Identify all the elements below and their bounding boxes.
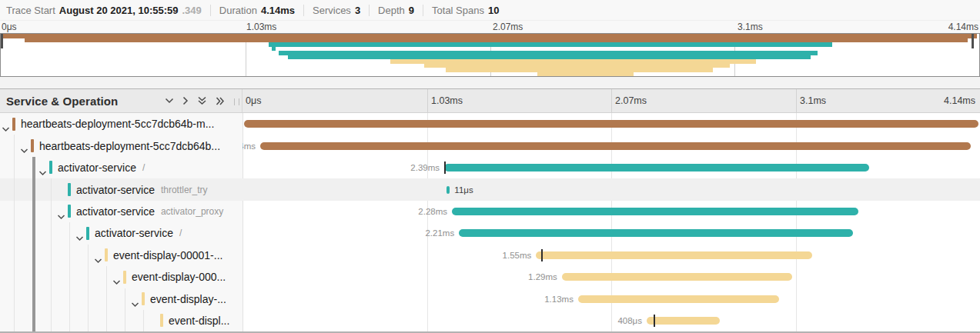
double-chevron-down-icon[interactable] — [197, 96, 207, 105]
indent-guide — [14, 178, 15, 200]
span-rows: heartbeats-deployment-5cc7dcb64b-m...hea… — [0, 113, 980, 333]
indent-guide — [69, 310, 70, 331]
span-name-cell[interactable]: heartbeats-deployment-5cc7dcb64b... — [0, 135, 242, 156]
indent-guide — [51, 266, 52, 288]
span-service-name: event-display-00001-... — [113, 249, 222, 261]
span-service-name: activator-service — [76, 184, 155, 196]
span-service-name: event-displ... — [169, 315, 229, 327]
indent-guide — [88, 266, 89, 288]
span-name-cell[interactable]: event-display-00001-... — [0, 245, 242, 266]
span-bar[interactable] — [260, 142, 972, 150]
indent-guide — [69, 245, 70, 266]
chevron-down-icon[interactable] — [94, 253, 102, 266]
span-bar[interactable] — [444, 164, 869, 171]
span-service-name: activator-service — [76, 205, 155, 218]
minimap-canvas[interactable] — [0, 33, 980, 77]
span-service-name: heartbeats-deployment-5cc7dcb64b... — [39, 140, 220, 152]
indent-guide — [143, 310, 144, 331]
indent-guide — [125, 288, 125, 310]
span-name-cell[interactable]: activator-servicethrottler_try — [0, 178, 242, 200]
span-color-marker — [142, 292, 145, 305]
duration-value: 4.14ms — [261, 5, 295, 16]
span-name-cell[interactable]: heartbeats-deployment-5cc7dcb64b-m... — [0, 113, 242, 135]
span-duration-label: 408μs — [617, 310, 642, 331]
span-row[interactable]: activator-service/2.39ms — [0, 157, 980, 178]
span-timeline-cell: 1.55ms — [242, 245, 980, 266]
span-log-tick-icon — [654, 315, 655, 327]
span-bar[interactable] — [536, 251, 811, 259]
timeline-tick: 2.07ms — [615, 95, 647, 106]
span-row[interactable]: activator-service/2.21ms — [0, 222, 980, 244]
header-gridline — [427, 89, 428, 112]
span-bar[interactable] — [578, 295, 780, 303]
indent-guide — [88, 288, 89, 310]
span-bar[interactable] — [447, 186, 449, 194]
divider — [210, 5, 211, 16]
chevron-down-icon[interactable] — [20, 143, 28, 156]
indent-guide — [106, 288, 107, 310]
span-duration-label: 1.55ms — [503, 245, 532, 266]
timeline-tick: 4.14ms — [944, 95, 975, 106]
column-resizer[interactable] — [234, 98, 239, 105]
indent-guide — [14, 135, 15, 156]
span-bar[interactable] — [459, 229, 853, 237]
chevron-down-icon[interactable] — [131, 297, 139, 310]
span-name-cell[interactable]: event-display-... — [0, 288, 242, 310]
span-name-cell[interactable]: activator-serviceactivator_proxy — [0, 201, 242, 222]
minimap-right-scrubber[interactable] — [972, 34, 974, 48]
span-row[interactable]: heartbeats-deployment-5cc7dcb64b...4ms — [0, 135, 980, 156]
span-name-cell[interactable]: event-displ... — [0, 310, 242, 331]
span-bar[interactable] — [452, 208, 858, 215]
header-gridline — [611, 89, 612, 112]
span-row[interactable]: event-display-00001-...1.55ms — [0, 245, 980, 266]
span-timeline-cell: 2.28ms — [242, 201, 980, 222]
span-row[interactable]: heartbeats-deployment-5cc7dcb64b-m... — [0, 113, 980, 135]
depth-label: Depth — [378, 5, 405, 16]
chevron-down-icon[interactable] — [75, 231, 84, 244]
span-bar[interactable] — [562, 273, 792, 281]
span-name-cell[interactable]: activator-service/ — [0, 222, 242, 244]
chevron-down-icon[interactable] — [57, 209, 65, 222]
trace-start-value: August 20 2021, 10:55:59 — [59, 5, 179, 16]
span-service-name: activator-service — [95, 227, 173, 239]
trace-duration: Duration 4.14ms — [219, 5, 295, 16]
duration-label: Duration — [219, 5, 257, 16]
span-color-marker — [123, 271, 126, 284]
span-color-marker — [105, 248, 108, 261]
span-row[interactable]: activator-serviceactivator_proxy2.28ms — [0, 201, 980, 222]
span-row[interactable]: event-display-000...1.29ms — [0, 266, 980, 288]
chevron-right-icon[interactable] — [182, 96, 189, 105]
span-color-marker — [68, 183, 71, 196]
span-row[interactable]: event-display-...1.13ms — [0, 288, 980, 310]
chevron-down-icon[interactable] — [112, 275, 121, 288]
minimap-tick-labels: 0μs 1.03ms 2.07ms 3.1ms 4.14ms — [0, 21, 980, 33]
span-bar[interactable] — [244, 120, 978, 128]
span-bar[interactable] — [647, 317, 720, 325]
span-duration-label: 2.28ms — [418, 201, 447, 222]
span-row[interactable]: event-displ...408μs — [0, 310, 980, 331]
span-operation-name: activator_proxy — [161, 206, 223, 217]
span-name-cell[interactable]: event-display-000... — [0, 266, 242, 288]
indent-guide — [69, 288, 70, 310]
minimap-span-bar — [272, 47, 275, 52]
indent-guide — [14, 266, 15, 288]
minimap-left-scrubber[interactable] — [1, 34, 3, 48]
minimap-tick: 0μs — [2, 22, 17, 32]
chevron-down-icon[interactable] — [2, 122, 10, 135]
indent-guide — [51, 222, 52, 244]
span-name-cell[interactable]: activator-service/ — [0, 157, 242, 178]
chevron-down-icon[interactable] — [165, 98, 174, 104]
total-spans-value: 10 — [488, 5, 499, 16]
span-color-marker — [86, 227, 89, 240]
span-timeline-cell: 2.21ms — [242, 222, 980, 244]
span-service-name: event-display-... — [150, 293, 226, 305]
chevron-down-icon[interactable] — [38, 165, 47, 178]
span-duration-label: 1.13ms — [544, 288, 574, 310]
trace-summary-bar: Trace Start August 20 2021, 10:55:59.349… — [0, 0, 980, 21]
header-gridline — [796, 89, 797, 112]
span-row[interactable]: activator-servicethrottler_try11μs — [0, 178, 980, 200]
timeline-tick: 1.03ms — [431, 95, 463, 106]
double-chevron-right-icon[interactable] — [216, 96, 225, 106]
indent-guide — [51, 178, 52, 200]
span-log-tick-icon — [541, 249, 543, 261]
